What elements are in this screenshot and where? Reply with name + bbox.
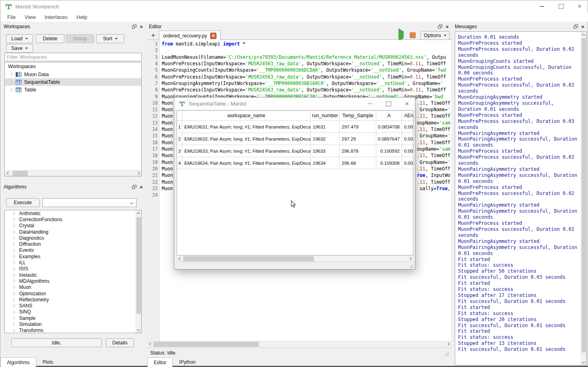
menu-item-help[interactable]: Help <box>72 14 92 20</box>
algorithm-category-examples[interactable]: Examples <box>5 253 141 259</box>
messages-vertical-scrollbar[interactable] <box>581 32 586 365</box>
filter-workspaces-input[interactable] <box>4 53 142 61</box>
scroll-up-arrow-icon[interactable] <box>581 32 586 38</box>
column-header-A[interactable]: A <box>376 111 402 120</box>
load-button[interactable]: Load <box>6 34 33 43</box>
close-button[interactable]: × <box>399 97 415 110</box>
table-row[interactable]: 3EMU19633; Pair Asym; long; #1; Fitted P… <box>177 145 413 157</box>
expand-chevron-icon[interactable] <box>12 255 15 258</box>
new-tab-button[interactable]: + <box>148 31 159 40</box>
algorithm-category-sans[interactable]: SANS <box>5 303 141 309</box>
float-panel-icon[interactable] <box>131 23 137 30</box>
sequential-table-window[interactable]: SequentialTable - Mantid × workspace_nam… <box>174 97 415 270</box>
expand-chevron-icon[interactable] <box>12 236 15 240</box>
float-panel-icon[interactable] <box>437 23 443 30</box>
algorithm-category-diffraction[interactable]: Diffraction <box>5 241 141 247</box>
tab-plots[interactable]: Plots <box>36 357 60 367</box>
algorithms-tree[interactable]: ArithmeticCorrectionFunctionsCrystalData… <box>4 210 142 333</box>
algorithm-category-isis[interactable]: ISIS <box>5 266 141 272</box>
run-button[interactable] <box>398 31 404 39</box>
minimize-button[interactable] <box>362 97 378 110</box>
abort-button[interactable] <box>410 32 416 38</box>
scroll-thumb[interactable] <box>136 217 141 314</box>
menu-item-file[interactable]: File <box>3 14 20 20</box>
tab-editor[interactable]: Editor <box>147 357 173 367</box>
expand-chevron-icon[interactable] <box>12 267 15 270</box>
algorithm-category-reflectometry[interactable]: Reflectometry <box>5 297 141 303</box>
algorithm-category-optimization[interactable]: Optimization <box>5 290 141 297</box>
column-header-AErr[interactable]: AErr <box>402 111 413 120</box>
table-row[interactable]: 4EMU19634; Pair Asym; long; #1; Fitted P… <box>177 157 413 169</box>
workspace-item-table[interactable]: Table <box>5 86 141 93</box>
expand-chevron-icon[interactable] <box>12 298 15 301</box>
workspace-item-sequentialtable[interactable]: SequentialTable <box>5 78 141 86</box>
editor-horizontal-scrollbar[interactable] <box>147 341 451 347</box>
scroll-left-arrow-icon[interactable] <box>177 256 183 261</box>
workspaces-root-item[interactable]: Workspaces <box>5 62 141 70</box>
sequential-table-grid[interactable]: workspace_namerun_numberTemp_SampleAAErr… <box>177 110 413 255</box>
expand-chevron-icon[interactable] <box>12 292 15 295</box>
expand-chevron-icon[interactable] <box>9 80 12 83</box>
algorithm-category-arithmetic[interactable]: Arithmetic <box>5 210 141 216</box>
expand-chevron-icon[interactable] <box>12 329 15 332</box>
algorithm-category-mdalgorithms[interactable]: MDAlgorithms <box>5 278 141 284</box>
close-button[interactable]: × <box>571 0 588 12</box>
minimize-button[interactable] <box>533 0 551 12</box>
execute-button[interactable]: Execute <box>6 198 39 207</box>
expand-chevron-icon[interactable] <box>12 249 15 252</box>
algorithm-search-combobox[interactable] <box>42 198 136 207</box>
scroll-left-arrow-icon[interactable] <box>148 341 154 347</box>
close-panel-icon[interactable]: × <box>138 23 144 30</box>
save-button[interactable]: Save <box>6 44 33 53</box>
expand-chevron-icon[interactable] <box>12 323 15 326</box>
expand-chevron-icon[interactable] <box>12 311 15 314</box>
algorithm-progress-button[interactable]: Idle. <box>11 338 102 347</box>
scroll-left-arrow-icon[interactable] <box>5 170 11 176</box>
delete-button[interactable]: Delete <box>36 34 64 43</box>
expand-chevron-icon[interactable] <box>9 88 12 91</box>
expand-chevron-icon[interactable] <box>12 280 15 283</box>
workspaces-tree[interactable]: Workspaces Muon DataSequentialTableTable <box>4 62 142 176</box>
scroll-right-arrow-icon[interactable] <box>135 170 141 176</box>
algorithms-vertical-scrollbar[interactable] <box>136 210 141 333</box>
column-header-run_number[interactable]: run_number <box>311 111 340 120</box>
maximize-button[interactable] <box>552 0 570 12</box>
menu-item-interfaces[interactable]: Interfaces <box>40 14 72 20</box>
tab-algorithms[interactable]: Algorithms <box>0 357 36 367</box>
algorithm-category-events[interactable]: Events <box>5 247 141 253</box>
scroll-thumb[interactable] <box>183 256 314 261</box>
table-horizontal-scrollbar[interactable] <box>177 255 413 262</box>
expand-chevron-icon[interactable] <box>9 73 12 76</box>
algorithm-category-inelastic[interactable]: Inelastic <box>5 272 141 278</box>
scroll-thumb[interactable] <box>12 171 28 176</box>
expand-chevron-icon[interactable] <box>12 230 15 234</box>
expand-chevron-icon[interactable] <box>12 286 15 289</box>
resize-grip-icon[interactable] <box>410 264 413 268</box>
algorithm-category-transforms[interactable]: Transforms <box>5 328 141 333</box>
expand-chevron-icon[interactable] <box>12 218 15 221</box>
float-panel-icon[interactable] <box>131 184 137 190</box>
algorithm-category-simulation[interactable]: Simulation <box>5 321 141 327</box>
table-row[interactable]: 1EMU19631; Pair Asym; long; #1; Fitted P… <box>177 121 413 133</box>
expand-chevron-icon[interactable] <box>12 261 15 264</box>
expand-chevron-icon[interactable] <box>12 274 15 277</box>
algorithm-category-datahandling[interactable]: DataHandling <box>5 229 141 235</box>
scroll-right-arrow-icon[interactable] <box>445 341 451 347</box>
algorithm-category-muon[interactable]: Muon <box>5 284 141 290</box>
expand-chevron-icon[interactable] <box>12 304 15 307</box>
algorithm-category-correctionfunctions[interactable]: CorrectionFunctions <box>5 216 141 222</box>
editor-file-tab[interactable]: ordered_recovery.py ✕ <box>159 31 221 41</box>
scroll-thumb[interactable] <box>582 38 586 352</box>
expand-chevron-icon[interactable] <box>12 317 15 320</box>
workspaces-horizontal-scrollbar[interactable] <box>5 170 141 176</box>
algorithm-category-crystal[interactable]: Crystal <box>5 223 141 229</box>
float-panel-icon[interactable] <box>572 23 579 30</box>
expand-chevron-icon[interactable] <box>12 224 15 227</box>
column-header-workspace_name[interactable]: workspace_name <box>182 111 311 120</box>
table-window-titlebar[interactable]: SequentialTable - Mantid × <box>174 97 415 110</box>
algorithm-category-sinq[interactable]: SINQ <box>5 309 141 315</box>
maximize-button[interactable] <box>380 97 396 110</box>
scroll-right-arrow-icon[interactable] <box>407 256 413 261</box>
options-button[interactable]: Options <box>421 31 450 40</box>
scroll-down-arrow-icon[interactable] <box>136 326 141 332</box>
